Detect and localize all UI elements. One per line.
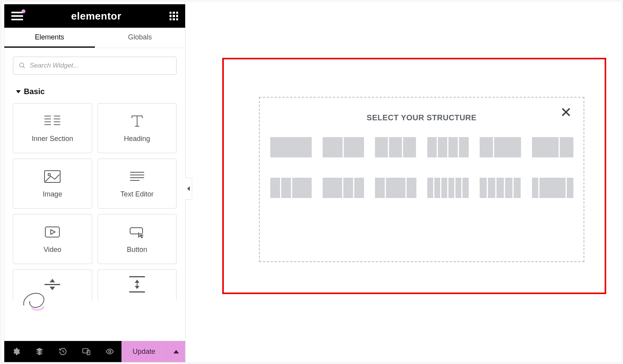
- structure-preset-6[interactable]: [270, 178, 312, 198]
- widget-heading[interactable]: Heading: [98, 103, 177, 153]
- preset-column: [389, 137, 402, 157]
- navigator-button[interactable]: [28, 341, 51, 362]
- widget-label: Video: [43, 246, 61, 254]
- responsive-button[interactable]: [75, 341, 98, 362]
- play-icon: [44, 225, 61, 239]
- section-basic-header[interactable]: Basic: [4, 83, 185, 98]
- structure-preset-11[interactable]: [532, 178, 573, 198]
- preset-column: [375, 178, 385, 198]
- divider-icon: [44, 277, 61, 292]
- search-field[interactable]: [13, 57, 177, 75]
- widget-text-editor[interactable]: Text Editor: [98, 159, 177, 209]
- preset-column: [281, 178, 291, 198]
- brand-logo: elementor: [71, 10, 121, 22]
- close-button[interactable]: [559, 105, 573, 119]
- editor-sidebar: elementor Elements Globals Basic: [4, 4, 186, 362]
- widget-inner-section[interactable]: Inner Section: [13, 103, 92, 153]
- paragraph-icon: [129, 169, 146, 184]
- preset-column: [427, 178, 433, 198]
- panel-collapse-button[interactable]: [185, 178, 192, 200]
- preset-column: [505, 178, 512, 198]
- structure-preset-9[interactable]: [427, 178, 469, 198]
- structure-title: SELECT YOUR STRUCTURE: [276, 113, 567, 122]
- widget-image[interactable]: Image: [13, 159, 92, 209]
- widget-button[interactable]: Button: [98, 214, 177, 264]
- preset-column: [448, 178, 454, 198]
- svg-rect-21: [45, 227, 59, 237]
- caret-down-icon: [16, 90, 21, 93]
- preset-column: [323, 137, 343, 157]
- preset-column: [344, 137, 364, 157]
- widget-label: Button: [127, 246, 147, 254]
- chevron-left-icon: [187, 186, 190, 191]
- update-options-button[interactable]: [166, 341, 185, 362]
- structure-preset-5[interactable]: [532, 137, 573, 157]
- update-button-group: Update: [121, 341, 185, 362]
- widget-spacer[interactable]: [98, 269, 177, 301]
- preset-column: [441, 178, 447, 198]
- svg-point-16: [48, 173, 50, 176]
- preset-column: [459, 137, 468, 157]
- apps-grid-button[interactable]: [170, 12, 178, 20]
- svg-marker-22: [51, 230, 55, 234]
- devices-icon: [82, 347, 91, 356]
- menu-button[interactable]: [11, 12, 23, 20]
- preset-column: [407, 178, 416, 198]
- history-button[interactable]: [51, 341, 75, 362]
- svg-point-26: [109, 350, 111, 353]
- svg-line-1: [23, 66, 25, 68]
- preset-column: [343, 178, 353, 198]
- preset-column: [532, 178, 538, 198]
- preset-column: [375, 137, 388, 157]
- structure-preset-1[interactable]: [323, 137, 364, 157]
- layers-icon: [35, 347, 44, 356]
- search-wrap: [4, 48, 185, 83]
- preset-column: [494, 137, 521, 157]
- preset-column: [270, 137, 312, 157]
- svg-point-0: [20, 63, 24, 67]
- preset-column: [462, 178, 468, 198]
- settings-button[interactable]: [4, 341, 28, 362]
- structure-selector: SELECT YOUR STRUCTURE: [259, 97, 584, 262]
- preset-column: [386, 178, 405, 198]
- preset-column: [480, 178, 487, 198]
- structure-preset-4[interactable]: [480, 137, 521, 157]
- structure-preset-10[interactable]: [480, 178, 521, 198]
- preset-column: [480, 137, 493, 157]
- structure-preset-8[interactable]: [375, 178, 416, 198]
- search-icon: [19, 62, 26, 69]
- structure-preset-grid: [276, 137, 567, 198]
- preview-button[interactable]: [98, 341, 121, 362]
- preset-column: [448, 137, 458, 157]
- update-button[interactable]: Update: [121, 341, 166, 362]
- tab-globals[interactable]: Globals: [95, 28, 186, 48]
- text-type-icon: [129, 114, 146, 128]
- preset-column: [514, 178, 521, 198]
- gear-icon: [12, 347, 20, 356]
- preset-column: [455, 178, 461, 198]
- structure-preset-0[interactable]: [270, 137, 312, 157]
- widget-video[interactable]: Video: [13, 214, 92, 264]
- close-icon: [561, 107, 571, 118]
- preset-column: [539, 178, 566, 198]
- widget-label: Heading: [124, 135, 150, 143]
- widget-label: Image: [43, 190, 62, 198]
- sidebar-footer: Update: [4, 341, 185, 362]
- preset-column: [323, 178, 342, 198]
- search-input[interactable]: [30, 62, 171, 70]
- tab-elements[interactable]: Elements: [4, 28, 95, 48]
- preset-column: [270, 178, 280, 198]
- preset-column: [560, 137, 573, 157]
- sidebar-header: elementor: [4, 4, 185, 28]
- canvas-highlight-frame: SELECT YOUR STRUCTURE: [222, 58, 606, 294]
- widget-divider[interactable]: [13, 269, 92, 301]
- preset-column: [438, 137, 447, 157]
- button-cursor-icon: [129, 225, 146, 239]
- structure-preset-3[interactable]: [427, 137, 469, 157]
- spacer-icon: [129, 277, 146, 292]
- preset-column: [488, 178, 495, 198]
- structure-preset-2[interactable]: [375, 137, 416, 157]
- notification-dot-icon: [21, 9, 25, 13]
- structure-preset-7[interactable]: [323, 178, 364, 198]
- svg-rect-23: [130, 228, 143, 234]
